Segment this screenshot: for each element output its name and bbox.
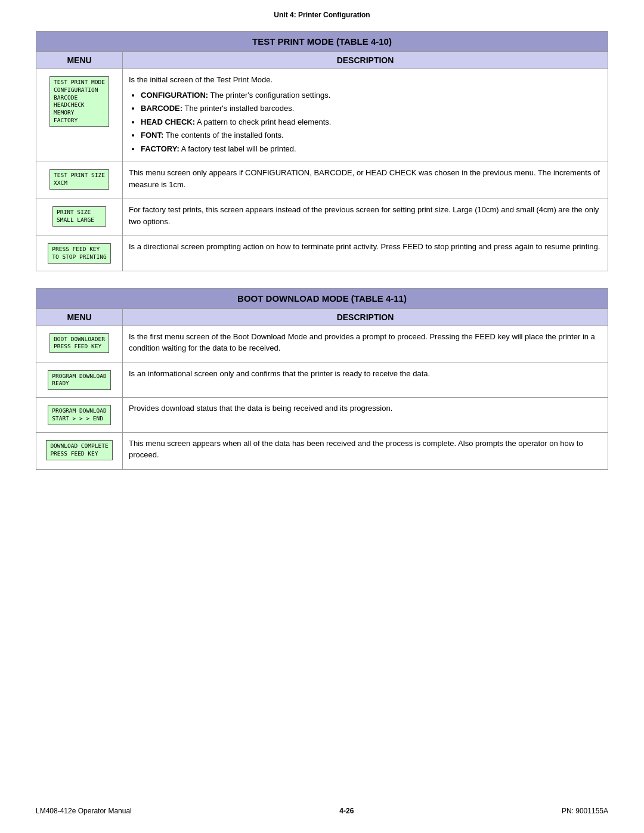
desc-cell-3: For factory test prints, this screen app… xyxy=(123,199,608,236)
menu-cell-1: TEST PRINT MODE CONFIGURATION BARCODE HE… xyxy=(36,69,123,162)
table-row: DOWNLOAD COMPLETE PRESS FEED KEY This me… xyxy=(36,432,608,469)
menu-cell-2: TEST PRINT SIZE XXCM xyxy=(36,162,123,199)
desc-text-3: For factory test prints, this screen app… xyxy=(129,204,602,227)
table-row: TEST PRINT SIZE XXCM This menu screen on… xyxy=(36,162,608,199)
table2-title: BOOT DOWNLOAD MODE (TABLE 4-11) xyxy=(36,288,608,308)
desc-text-2: This menu screen only appears if CONFIGU… xyxy=(129,167,602,190)
bullet-2: BARCODE: The printer's installed barcode… xyxy=(141,103,602,114)
menu-cell-3: PRINT SIZE SMALL LARGE xyxy=(36,199,123,236)
menu-cell-b2: PROGRAM DOWNLOAD READY xyxy=(36,363,123,398)
desc-bullets-1: CONFIGURATION: The printer's configurati… xyxy=(141,89,602,155)
table-row: TEST PRINT MODE CONFIGURATION BARCODE HE… xyxy=(36,69,608,162)
lcd-screen-b3: PROGRAM DOWNLOAD START > > > END xyxy=(48,405,111,425)
desc-cell-b1: Is the first menu screen of the Boot Dow… xyxy=(123,326,608,363)
desc-cell-2: This menu screen only appears if CONFIGU… xyxy=(123,162,608,199)
footer-left: LM408-412e Operator Manual xyxy=(36,807,132,815)
bullet-1: CONFIGURATION: The printer's configurati… xyxy=(141,89,602,101)
lcd-screen-3: PRINT SIZE SMALL LARGE xyxy=(52,206,106,227)
table2-col-desc: DESCRIPTION xyxy=(123,308,608,326)
desc-text-b2: Is an informational screen only and conf… xyxy=(129,368,602,380)
bullet-3: HEAD CHECK: A pattern to check print hea… xyxy=(141,116,602,128)
table1-title: TEST PRINT MODE (TABLE 4-10) xyxy=(36,32,608,52)
menu-cell-b4: DOWNLOAD COMPLETE PRESS FEED KEY xyxy=(36,432,123,469)
table1-col-desc: DESCRIPTION xyxy=(123,52,608,69)
lcd-screen-b4: DOWNLOAD COMPLETE PRESS FEED KEY xyxy=(46,440,112,460)
header-title: Unit 4: Printer Configuration xyxy=(274,11,370,19)
desc-cell-b3: Provides download status that the data i… xyxy=(123,398,608,433)
table-row: PROGRAM DOWNLOAD READY Is an information… xyxy=(36,363,608,398)
page-header: Unit 4: Printer Configuration xyxy=(0,0,644,25)
desc-intro-1: Is the initial screen of the Test Print … xyxy=(129,74,602,86)
menu-cell-b3: PROGRAM DOWNLOAD START > > > END xyxy=(36,398,123,433)
lcd-screen-b2: PROGRAM DOWNLOAD READY xyxy=(48,370,111,391)
table-row: BOOT DOWNLOADER PRESS FEED KEY Is the fi… xyxy=(36,326,608,363)
footer-center: 4-26 xyxy=(339,807,354,815)
table2-col-menu: MENU xyxy=(36,308,123,326)
table-row: PROGRAM DOWNLOAD START > > > END Provide… xyxy=(36,398,608,433)
desc-cell-1: Is the initial screen of the Test Print … xyxy=(123,69,608,162)
table-boot-download-mode: BOOT DOWNLOAD MODE (TABLE 4-11) MENU DES… xyxy=(36,288,608,470)
page-footer: LM408-412e Operator Manual 4-26 PN: 9001… xyxy=(0,807,644,815)
desc-text-4: Is a directional screen prompting action… xyxy=(129,241,602,253)
desc-text-b1: Is the first menu screen of the Boot Dow… xyxy=(129,331,602,354)
desc-text-b3: Provides download status that the data i… xyxy=(129,402,602,414)
desc-text-b4: This menu screen appears when all of the… xyxy=(129,438,602,461)
table-row: PRESS FEED KEY TO STOP PRINTING Is a dir… xyxy=(36,236,608,271)
menu-cell-b1: BOOT DOWNLOADER PRESS FEED KEY xyxy=(36,326,123,363)
lcd-screen-2: TEST PRINT SIZE XXCM xyxy=(49,169,109,190)
table-test-print-mode: TEST PRINT MODE (TABLE 4-10) MENU DESCRI… xyxy=(36,31,608,271)
bullet-4: FONT: The contents of the installed font… xyxy=(141,129,602,141)
table-row: PRINT SIZE SMALL LARGE For factory test … xyxy=(36,199,608,236)
lcd-screen-b1: BOOT DOWNLOADER PRESS FEED KEY xyxy=(49,333,109,354)
table1-col-menu: MENU xyxy=(36,52,123,69)
lcd-screen-4: PRESS FEED KEY TO STOP PRINTING xyxy=(48,243,111,264)
bullet-5: FACTORY: A factory test label will be pr… xyxy=(141,143,602,155)
desc-cell-4: Is a directional screen prompting action… xyxy=(123,236,608,271)
footer-right: PN: 9001155A xyxy=(562,807,608,815)
desc-cell-b4: This menu screen appears when all of the… xyxy=(123,432,608,469)
desc-cell-b2: Is an informational screen only and conf… xyxy=(123,363,608,398)
lcd-screen-1: TEST PRINT MODE CONFIGURATION BARCODE HE… xyxy=(49,76,109,127)
menu-cell-4: PRESS FEED KEY TO STOP PRINTING xyxy=(36,236,123,271)
